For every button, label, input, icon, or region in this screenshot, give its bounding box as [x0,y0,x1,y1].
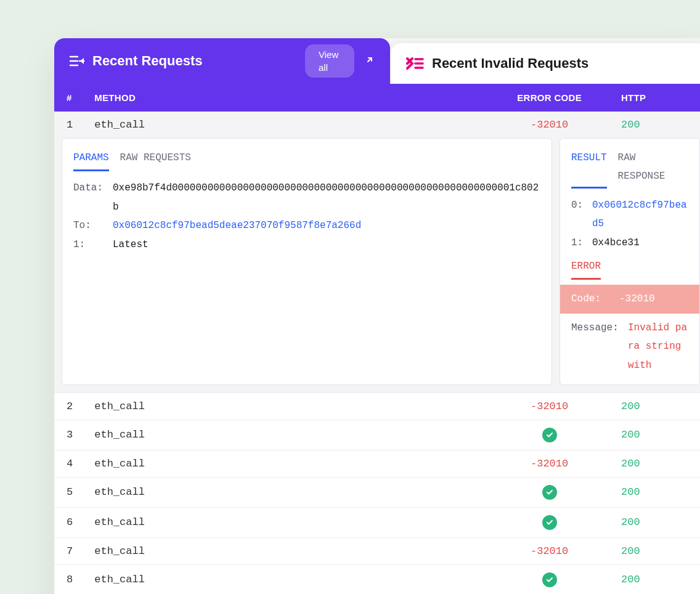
row-method: eth_call [94,401,489,412]
row-number: 8 [67,574,94,585]
param-key: Data: [73,179,113,216]
rows-container: 1eth_call-32010200PARAMSRAW REQUESTSData… [54,112,700,594]
detail-params-box: PARAMSRAW REQUESTSData:0xe98b7f4d0000000… [62,138,552,385]
row-number: 6 [67,516,94,528]
row-error-code: -32010 [489,545,610,557]
result-key: 0: [571,196,592,234]
error-message-value: Invalid para string with [628,319,688,375]
view-all-button[interactable]: View all [305,44,354,78]
row-error-code [489,485,610,500]
row-http: 200 [610,458,695,470]
table-row[interactable]: 7eth_call-32010200 [54,538,700,565]
tab-recent-requests[interactable]: Recent Requests View all [54,38,390,84]
row-number: 2 [67,401,94,412]
list-arrow-icon [69,54,85,68]
row-http: 200 [610,429,695,441]
external-link-icon[interactable] [364,54,375,68]
row-http: 200 [610,574,695,585]
detail-result-box: RESULTRAW RESPONSE0:0x06012c8cf97bead51:… [560,138,700,385]
tab-header: Recent Requests View all Recent Invalid … [54,38,700,84]
table-row[interactable]: 4eth_call-32010200 [54,450,700,478]
row-method: eth_call [94,486,489,498]
row-detail: PARAMSRAW REQUESTSData:0xe98b7f4d0000000… [54,138,700,393]
result-row: 0:0x06012c8cf97bead5 [571,196,688,234]
row-number: 5 [67,486,94,498]
row-error-code: -32010 [489,119,610,131]
col-http: HTTP [610,92,695,103]
tab-error[interactable]: ERROR [571,257,601,280]
error-message-key: Message: [571,319,628,375]
row-number: 4 [67,458,94,470]
param-key: To: [73,216,113,235]
param-value[interactable]: 0x06012c8cf97bead5deae237070f9587f8e7a26… [113,216,361,235]
tab-raw-response[interactable]: RAW RESPONSE [618,148,688,189]
param-row: To:0x06012c8cf97bead5deae237070f9587f8e7… [73,216,540,235]
row-error-code [489,428,610,442]
result-value[interactable]: 0x06012c8cf97bead5 [592,196,688,234]
param-value: Latest [113,235,149,254]
row-error-code [489,515,610,530]
error-code-banner: Code:-32010 [560,285,699,313]
table-row[interactable]: 6eth_call200 [54,508,700,538]
row-http: 200 [610,516,695,528]
table-row[interactable]: 3eth_call200 [54,420,700,450]
param-row: 1:Latest [73,235,540,254]
row-number: 3 [67,429,94,441]
row-number: 1 [67,119,94,131]
row-http: 200 [610,545,695,557]
table-row[interactable]: 5eth_call200 [54,478,700,508]
requests-panel: Recent Requests View all Recent Invalid … [54,38,700,594]
table-row[interactable]: 2eth_call-32010200 [54,393,700,420]
tab-title: Recent Requests [92,53,203,69]
error-code-key: Code: [571,290,601,308]
row-http: 200 [610,401,695,412]
row-method: eth_call [94,516,489,528]
column-headers: # METHOD ERROR CODE HTTP [54,84,700,112]
row-method: eth_call [94,119,489,131]
error-message-row: Message:Invalid para string with [571,319,688,375]
row-error-code: -32010 [489,458,610,470]
row-error-code [489,572,610,587]
col-method: METHOD [94,92,489,103]
param-row: Data:0xe98b7f4d0000000000000000000000000… [73,179,540,216]
row-method: eth_call [94,545,489,557]
result-value: 0x4bce31 [592,234,640,252]
result-key: 1: [571,234,592,252]
table-row[interactable]: 1eth_call-32010200 [54,112,700,138]
tab-recent-invalid-requests[interactable]: Recent Invalid Requests [391,43,700,84]
tab-result[interactable]: RESULT [571,148,607,189]
tab-title: Recent Invalid Requests [432,55,588,71]
row-method: eth_call [94,574,489,585]
error-code-value: -32010 [619,290,655,308]
check-icon [542,428,557,442]
table-row[interactable]: 8eth_call200 [54,565,700,594]
invalid-icon [406,57,425,70]
check-icon [542,515,557,530]
check-icon [542,485,557,500]
view-all-group: View all [305,44,375,78]
row-http: 200 [610,119,695,131]
row-http: 200 [610,486,695,498]
col-error-code: ERROR CODE [489,92,610,103]
row-number: 7 [67,545,94,557]
tab-raw-requests[interactable]: RAW REQUESTS [120,148,191,171]
param-value: 0xe98b7f4d000000000000000000000000000000… [113,179,540,216]
result-row: 1:0x4bce31 [571,234,688,252]
param-key: 1: [73,235,113,254]
row-method: eth_call [94,458,489,470]
row-error-code: -32010 [489,401,610,412]
row-method: eth_call [94,429,489,441]
tab-params[interactable]: PARAMS [73,148,109,171]
col-number: # [67,92,94,103]
check-icon [542,572,557,587]
